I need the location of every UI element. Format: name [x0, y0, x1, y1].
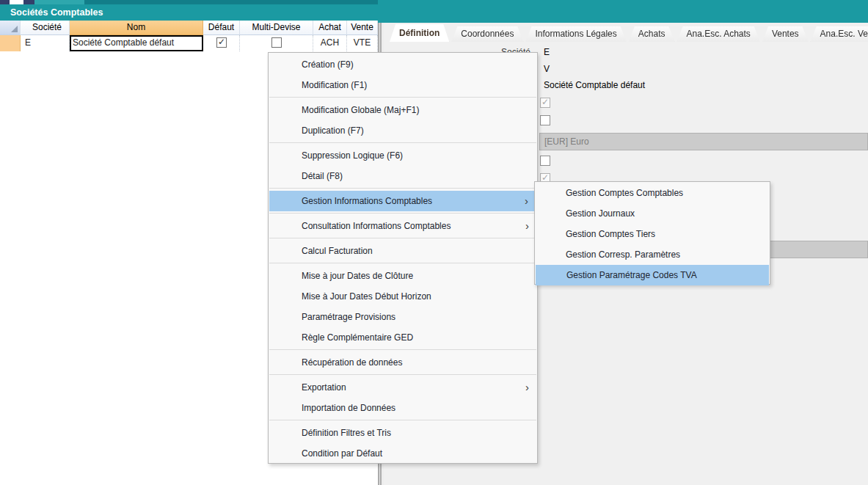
pane-title: Sociétés Comptables	[0, 4, 378, 21]
menu-item-mise-a-jour-dates-cloture[interactable]: Mise à jour Dates de Clôture	[269, 266, 537, 286]
menu-item-creation[interactable]: Création (F9)	[269, 54, 537, 75]
submenu-item-gestion-comptes-tiers[interactable]: Gestion Comptes Tiers	[535, 224, 770, 244]
submenu-arrow-icon: ›	[525, 216, 529, 236]
menu-separator	[269, 213, 536, 214]
menu-item-duplication[interactable]: Duplication (F7)	[269, 120, 537, 141]
menu-separator	[269, 97, 536, 98]
nom-field-value: Société Comptable défaut	[544, 80, 645, 90]
menu-separator	[269, 374, 536, 375]
checkmark-icon: ✓	[541, 98, 549, 106]
menu-item-exportation[interactable]: Exportation ›	[269, 377, 537, 398]
menu-item-gestion-informations-comptables[interactable]: Gestion Informations Comptables ›	[269, 191, 536, 211]
tab-definition[interactable]: Définition	[390, 24, 449, 42]
cell-nom-focused[interactable]: Société Comptable défaut	[70, 35, 203, 51]
menu-item-mise-a-jour-dates-debut-horizon[interactable]: Mise à Jour Dates Début Horizon	[269, 286, 537, 307]
menu-separator	[269, 420, 536, 420]
cell-achat[interactable]: ACH	[313, 35, 347, 51]
menu-separator	[269, 188, 536, 189]
menu-item-regle-complementaire-ged[interactable]: Règle Complémentaire GED	[269, 327, 537, 348]
select-all-corner[interactable]	[0, 21, 21, 35]
menu-item-label: Consultation Informations Comptables	[302, 221, 451, 231]
menu-item-suppression-logique[interactable]: Suppression Logique (F6)	[269, 145, 537, 166]
menu-separator	[269, 238, 536, 238]
tab-coordonnees[interactable]: Coordonnées	[451, 26, 523, 42]
table-row[interactable]: E Société Comptable défaut ✓ ACH VTE	[0, 35, 378, 51]
detail-tabbar: Définition Coordonnées Informations Léga…	[390, 24, 868, 42]
col-header-vente[interactable]: Vente	[347, 21, 378, 35]
submenu-arrow-icon: ›	[525, 377, 529, 398]
menu-item-modification[interactable]: Modification (F1)	[269, 75, 537, 95]
submenu-arrow-icon: ›	[525, 191, 528, 211]
menu-item-importation-de-donnees[interactable]: Importation de Données	[269, 398, 537, 418]
menu-item-parametrage-provisions[interactable]: Paramétrage Provisions	[269, 307, 537, 327]
table-header-row: Société Nom Défaut Multi-Devise Achat Ve…	[0, 21, 378, 35]
menu-item-calcul-facturation[interactable]: Calcul Facturation	[269, 241, 537, 261]
select-all-triangle-icon	[11, 26, 18, 32]
menu-separator	[269, 263, 536, 263]
submenu-item-gestion-parametrage-codes-tva[interactable]: Gestion Paramétrage Codes TVA	[536, 265, 769, 285]
col-header-achat[interactable]: Achat	[313, 21, 347, 35]
defaut-form-checkbox: ✓	[540, 98, 550, 108]
tab-achats[interactable]: Achats	[629, 26, 675, 42]
multi-devise-form-checkbox[interactable]	[540, 115, 550, 125]
code-field-value: V	[544, 64, 550, 74]
col-header-multi-devise[interactable]: Multi-Devise	[240, 21, 313, 35]
submenu-item-gestion-journaux[interactable]: Gestion Journaux	[535, 203, 770, 224]
cell-vente[interactable]: VTE	[347, 35, 378, 51]
menu-separator	[269, 142, 536, 143]
menu-item-recuperation-de-donnees[interactable]: Récupération de données	[269, 352, 537, 373]
col-header-societe[interactable]: Société	[21, 21, 70, 35]
menu-item-detail[interactable]: Détail (F8)	[269, 166, 537, 186]
tab-ana-esc-ventes[interactable]: Ana.Esc. Ventes	[811, 26, 868, 42]
cell-multi-devise	[240, 35, 313, 51]
tab-ana-esc-achats[interactable]: Ana.Esc. Achats	[676, 26, 759, 42]
cell-societe[interactable]: E	[21, 35, 70, 51]
context-menu: Création (F9) Modification (F1) Modifica…	[268, 52, 538, 464]
devise-combo-disabled: [EUR] Euro	[539, 133, 868, 150]
cell-defaut: ✓	[203, 35, 240, 51]
col-header-nom[interactable]: Nom	[70, 21, 203, 35]
submenu-item-gestion-comptes-comptables[interactable]: Gestion Comptes Comptables	[535, 183, 770, 203]
menu-item-definition-filtres-et-tris[interactable]: Définition Filtres et Tris	[269, 423, 537, 443]
checkmark-icon: ✓	[218, 37, 225, 46]
col-header-defaut[interactable]: Défaut	[203, 21, 240, 35]
defaut-checkbox[interactable]: ✓	[216, 37, 227, 48]
menu-item-consultation-informations-comptables[interactable]: Consultation Informations Comptables ›	[269, 216, 537, 236]
menu-item-label: Exportation	[302, 382, 346, 393]
menu-item-modification-globale[interactable]: Modification Globale (Maj+F1)	[269, 100, 537, 120]
menu-item-condition-par-defaut[interactable]: Condition par Défaut	[269, 443, 537, 464]
menu-item-label: Gestion Informations Comptables	[302, 196, 432, 206]
app-window: Sociétés Comptables Société Nom Défaut M…	[0, 0, 868, 485]
gestion-submenu: Gestion Comptes Comptables Gestion Journ…	[534, 181, 770, 285]
tab-informations-legales[interactable]: Informations Légales	[525, 26, 626, 42]
menu-separator	[269, 349, 536, 350]
tab-ventes[interactable]: Ventes	[762, 26, 809, 42]
achat-form-checkbox[interactable]	[540, 156, 550, 166]
multi-devise-checkbox[interactable]	[271, 37, 282, 48]
submenu-item-gestion-corresp-parametres[interactable]: Gestion Corresp. Paramètres	[535, 244, 770, 265]
societe-field-value: E	[544, 47, 550, 57]
row-selector-cell[interactable]	[0, 35, 21, 51]
